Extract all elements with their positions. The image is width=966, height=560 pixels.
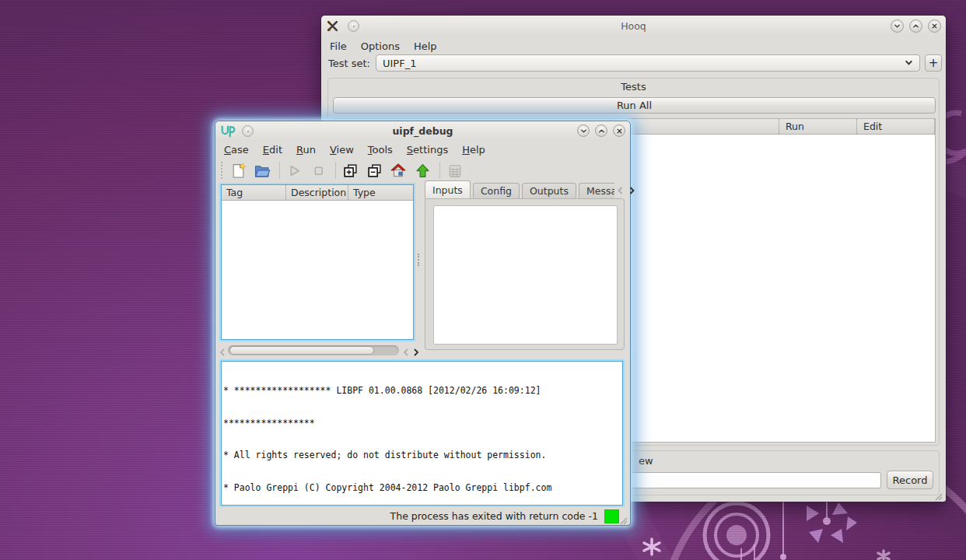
chevron-down-icon [905,58,913,69]
run-all-button[interactable]: Run All [333,97,936,114]
preview-group-title: ew [639,455,653,467]
scrollbar-left-arrow-icon[interactable] [219,345,226,360]
column-header-description[interactable]: Description [285,185,348,200]
debug-menu-edit[interactable]: Edit [256,142,289,157]
debug-sticky-button[interactable] [242,125,254,137]
column-header-tag[interactable]: Tag [222,185,285,200]
debug-maximize-button[interactable] [595,124,607,137]
tab-messages[interactable]: Messa [579,183,614,198]
panel-splitter[interactable] [418,254,419,266]
hooq-menu-options[interactable]: Options [354,39,407,54]
console-line: * All rights reserved; do not distribute… [223,450,621,461]
hooq-maximize-button[interactable] [909,19,922,33]
toolbar-separator [279,162,280,179]
hooq-close-button[interactable] [928,19,941,33]
debug-statusbar: The process has exited with return code … [215,507,630,525]
home-icon[interactable] [388,160,408,180]
toolbar-drag-handle[interactable] [221,162,224,179]
add-test-set-button[interactable]: + [925,54,942,72]
scrollbar-left-arrow-icon[interactable] [402,345,410,360]
case-tree[interactable]: Tag Description Type [221,184,414,340]
stop-icon[interactable] [308,160,328,180]
tab-config[interactable]: Config [473,183,520,198]
horizontal-scrollbar[interactable] [228,345,399,355]
test-set-label: Test set: [328,58,370,69]
console-line: * Paolo Greppi (C) Copyright 2004-2012 P… [223,483,621,494]
toolbar-separator [439,162,440,179]
expand-all-icon[interactable] [340,160,360,180]
hooq-app-icon [326,19,341,33]
open-folder-icon[interactable] [252,160,272,180]
debug-menu-run[interactable]: Run [289,142,323,157]
console-line: * ****************** LIBPF 01.00.0868 [2… [223,386,621,397]
console-output[interactable]: * ****************** LIBPF 01.00.0868 [2… [221,361,623,506]
case-tree-header: Tag Description Type [222,185,413,201]
hooq-titlebar[interactable]: Hooq [321,16,946,36]
debug-close-button[interactable] [613,124,625,137]
hooq-window-title: Hooq [321,20,946,32]
debug-menu-help[interactable]: Help [455,142,492,157]
hooq-sticky-button[interactable] [348,20,359,32]
console-line: ***************** [223,418,621,429]
debug-resize-grip[interactable] [618,513,628,523]
debug-menu-tools[interactable]: Tools [361,142,400,157]
collapse-all-icon[interactable] [364,160,384,180]
tab-outputs[interactable]: Outputs [522,183,576,198]
inputs-panel[interactable] [433,205,618,345]
debug-toolbar [217,158,628,183]
tab-inputs[interactable]: Inputs [425,180,471,198]
debug-menu-settings[interactable]: Settings [400,142,455,157]
libpf-app-icon [220,124,236,138]
tab-scroll-right-icon[interactable] [626,183,638,198]
debug-menubar: Case Edit Run View Tools Settings Help [217,141,628,158]
toolbar-separator [335,162,336,179]
debug-window-title: uipf_debug [215,125,630,137]
report-icon[interactable] [444,160,464,180]
run-icon[interactable] [284,160,304,180]
tests-group-title: Tests [328,81,939,93]
debug-menu-case[interactable]: Case [217,142,256,157]
tab-content-frame [425,198,625,350]
scrollbar-right-arrow-icon[interactable] [412,345,420,360]
record-button[interactable]: Record [887,471,933,489]
debug-titlebar[interactable]: uipf_debug [215,121,630,140]
test-set-value: UIPF_1 [383,58,416,69]
status-message: The process has exited with return code … [390,510,598,522]
debug-minimize-button[interactable] [577,124,590,137]
detail-tabbar: Inputs Config Outputs Messa [425,180,638,198]
hooq-menu-file[interactable]: File [323,39,354,54]
column-header-type[interactable]: Type [348,185,413,200]
column-header-edit[interactable]: Edit [856,119,935,134]
go-up-icon[interactable] [412,160,432,180]
debug-menu-view[interactable]: View [323,142,361,157]
column-header-run[interactable]: Run [779,119,856,134]
uipf-debug-window: uipf_debug Case Edit Run View Tools Sett… [215,121,630,525]
hooq-menubar: File Options Help [323,37,944,54]
tab-scroll-left-icon[interactable] [614,183,626,198]
test-set-combobox[interactable]: UIPF_1 [376,54,920,72]
hooq-minimize-button[interactable] [891,19,904,33]
hooq-menu-help[interactable]: Help [407,39,444,54]
hooq-resize-grip[interactable] [933,489,943,499]
status-indicator [604,509,619,523]
new-document-icon[interactable] [228,160,248,180]
scrollbar-thumb[interactable] [229,346,374,355]
